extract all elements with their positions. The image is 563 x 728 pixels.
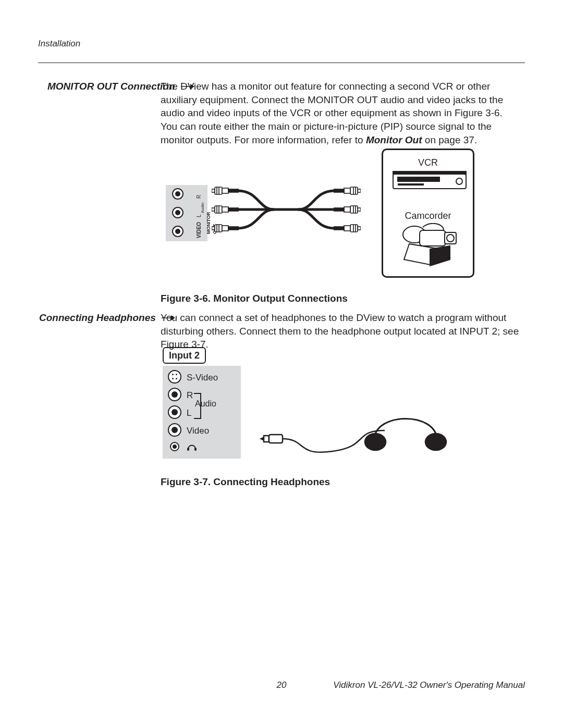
- headphone-jack: [170, 442, 179, 451]
- av-cable-icon: [238, 189, 335, 230]
- input-2-panel: S-Video R Audio L Video: [163, 366, 241, 459]
- monitor-out-para1: The DView has a monitor out feature for …: [161, 80, 525, 120]
- vcr-label: VCR: [383, 156, 473, 169]
- heading-text: MONITOR OUT Connection: [47, 81, 175, 92]
- audio-l-jack: [168, 405, 181, 419]
- connecting-headphones-heading: Connecting Headphones: [39, 311, 175, 325]
- svg-rect-8: [212, 208, 215, 211]
- svg-rect-50: [187, 448, 189, 451]
- svg-rect-38: [334, 227, 344, 230]
- svg-rect-25: [344, 188, 350, 193]
- label-video: Video: [187, 425, 209, 437]
- figure-3-6: R L VIDEO Audio MONITOR OUT: [161, 149, 482, 278]
- manual-title: Vidikron VL-26/VL-32 Owner's Operating M…: [333, 680, 525, 692]
- devices-box: VCR Camcorder: [382, 149, 474, 278]
- headphones-drawing-icon: [260, 415, 447, 462]
- svg-rect-13: [228, 208, 239, 211]
- svg-point-47: [447, 235, 454, 242]
- rca-plug-icon: [212, 205, 239, 214]
- rca-plug-icon: [334, 224, 361, 233]
- monitor-out-para2: You can route either the main or picture…: [161, 120, 525, 146]
- svg-rect-52: [264, 436, 269, 442]
- rca-jack-audio-r: [172, 188, 183, 200]
- svg-rect-53: [269, 435, 283, 443]
- label-r: R: [187, 390, 193, 402]
- svg-rect-43: [398, 183, 424, 186]
- svg-rect-28: [350, 206, 358, 213]
- svg-rect-40: [398, 177, 439, 181]
- svg-point-55: [425, 434, 446, 450]
- rca-plug-icon: [334, 186, 361, 195]
- svg-rect-45: [420, 230, 446, 246]
- svg-rect-21: [358, 189, 361, 192]
- label-video: VIDEO: [195, 222, 203, 238]
- rca-jack-video: [172, 226, 183, 237]
- figure-3-7: Input 2 S-Video R Audio L Video: [161, 347, 452, 463]
- label-l: L: [195, 214, 203, 217]
- audio-r-jack: [168, 388, 181, 401]
- xref-monitor-out: Monitor Out: [366, 134, 422, 145]
- svg-rect-32: [334, 208, 344, 211]
- camcorder-label: Camcorder: [383, 209, 473, 222]
- video-jack: [168, 423, 181, 437]
- svg-rect-51: [194, 448, 197, 451]
- svg-rect-15: [215, 225, 222, 232]
- svg-rect-14: [212, 227, 215, 230]
- svg-rect-37: [344, 226, 350, 231]
- figure-3-6-caption: Figure 3-6. Monitor Output Connections: [161, 292, 348, 305]
- rca-plug-icon: [212, 186, 239, 195]
- svg-rect-9: [215, 206, 222, 213]
- svg-rect-6: [222, 188, 228, 193]
- svg-rect-7: [228, 189, 239, 192]
- input-2-label: Input 2: [163, 347, 206, 364]
- svg-rect-27: [358, 208, 361, 211]
- rca-plug-icon: [212, 224, 239, 233]
- text: on page 37.: [422, 134, 478, 145]
- svg-rect-12: [222, 207, 228, 212]
- monitor-out-panel: R L VIDEO Audio MONITOR OUT: [166, 185, 207, 241]
- manual-page: Installation MONITOR OUT Connection The …: [0, 0, 563, 728]
- rca-jack-audio-l: [172, 207, 183, 218]
- header-section: Installation: [38, 38, 80, 50]
- svg-rect-18: [222, 226, 228, 231]
- vcr-icon: [393, 171, 467, 192]
- camcorder-icon: [399, 223, 461, 268]
- svg-rect-26: [334, 189, 344, 192]
- svg-rect-34: [350, 225, 358, 232]
- svg-rect-33: [358, 227, 361, 230]
- svg-point-54: [365, 434, 386, 450]
- label-l: L: [187, 408, 191, 419]
- svg-point-41: [456, 178, 462, 184]
- headphones-para: You can connect a set of headphones to t…: [161, 311, 525, 351]
- label-r: R: [195, 195, 203, 199]
- svg-rect-2: [212, 189, 215, 192]
- svg-rect-22: [350, 187, 358, 194]
- figure-3-7-caption: Figure 3-7. Connecting Headphones: [161, 475, 330, 489]
- svg-rect-31: [344, 207, 350, 212]
- header-rule: [38, 63, 525, 63]
- rca-plug-icon: [334, 205, 361, 214]
- svg-rect-3: [215, 187, 222, 194]
- label-audio: Audio: [195, 398, 216, 410]
- label-s-video: S-Video: [187, 372, 218, 384]
- svg-rect-42: [393, 171, 466, 174]
- svg-rect-19: [228, 227, 239, 230]
- s-video-jack: [168, 370, 181, 384]
- heading-text: Connecting Headphones: [39, 312, 156, 323]
- headphone-icon: [187, 442, 197, 451]
